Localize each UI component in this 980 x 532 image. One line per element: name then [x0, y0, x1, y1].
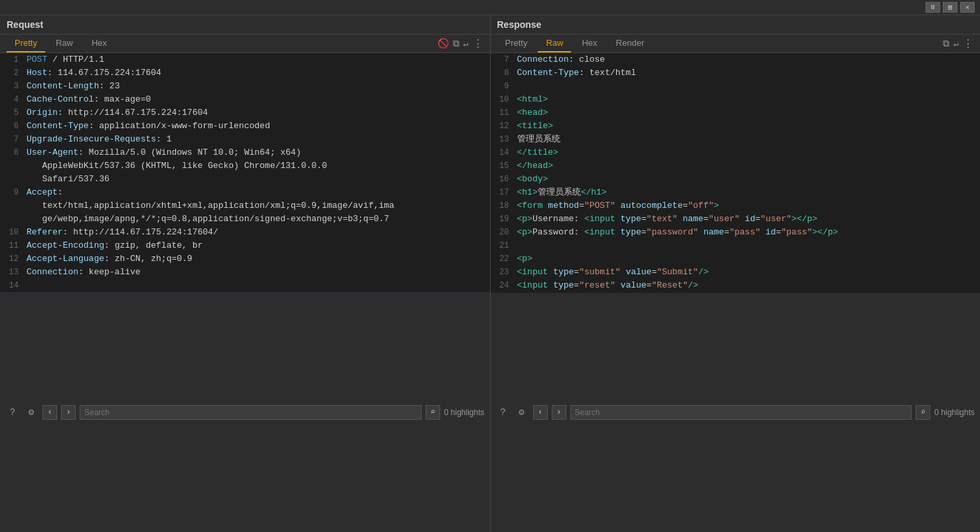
table-row: 23 <input type="submit" value="Submit"/>	[491, 266, 981, 279]
response-bottom-bar: ? ⚙ ‹ › ⌕ 0 highlights	[491, 293, 981, 533]
table-row: 11 <head>	[491, 106, 981, 120]
table-row: 8 Content-Type: text/html	[491, 66, 981, 80]
table-row: 18 <form method="POST" autocomplete="off…	[491, 199, 981, 213]
tab-response-hex[interactable]: Hex	[574, 35, 605, 52]
eye-off-icon[interactable]: 🚫	[438, 38, 449, 49]
response-search-input[interactable]	[570, 405, 912, 420]
table-row: 12 Accept-Language: zh-CN, zh;q=0.9	[0, 252, 490, 266]
table-row: 24 <input type="reset" value="Reset"/>	[491, 279, 981, 292]
table-row: 13 Connection: keep-alive	[0, 266, 490, 279]
request-bottom-bar: ? ⚙ ‹ › ⌕ 0 highlights	[0, 293, 490, 533]
table-row: 15 </head>	[491, 159, 981, 173]
response-forward-btn[interactable]: ›	[552, 405, 566, 420]
response-header: Response	[491, 15, 981, 35]
table-row: 3 Content-Length: 23	[0, 80, 490, 93]
tab-response-raw[interactable]: Raw	[538, 35, 571, 52]
list-btn[interactable]: ▤	[943, 2, 957, 13]
gear-btn[interactable]: ⚙	[24, 405, 39, 420]
table-row: 11 Accept-Encoding: gzip, deflate, br	[0, 239, 490, 252]
table-row: 20 <p>Password: <input type="password" n…	[491, 226, 981, 239]
table-row: 21	[491, 239, 981, 252]
table-row: 7 Upgrade-Insecure-Requests: 1	[0, 133, 490, 146]
table-row: 1 POST / HTTP/1.1	[0, 53, 490, 66]
table-row: 12 <title>	[491, 120, 981, 133]
menu-icon[interactable]: ⋮	[473, 37, 483, 50]
table-row: 19 <p>Username: <input type="text" name=…	[491, 213, 981, 226]
request-search-input[interactable]	[80, 405, 422, 420]
response-back-btn[interactable]: ‹	[533, 405, 548, 420]
request-tabs-row: Pretty Raw Hex 🚫 ⧉ ↵ ⋮	[0, 35, 490, 53]
table-row: 10 Referer: http://114.67.175.224:17604/	[0, 226, 490, 239]
copy-icon[interactable]: ⧉	[453, 39, 459, 49]
request-tabs: Pretty Raw Hex	[7, 35, 115, 52]
request-tab-icons: 🚫 ⧉ ↵ ⋮	[438, 37, 483, 50]
response-gear-btn[interactable]: ⚙	[515, 405, 529, 420]
request-header: Request	[0, 15, 490, 35]
response-copy-icon[interactable]: ⧉	[943, 39, 949, 49]
pause-btn[interactable]: ⏸	[926, 2, 940, 13]
response-search-icon[interactable]: ⌕	[916, 405, 930, 420]
response-panel: Response Pretty Raw Hex Render ⧉ ↵ ⋮ 7 C…	[491, 15, 981, 532]
table-row: 14	[0, 279, 490, 292]
response-tab-icons: ⧉ ↵ ⋮	[943, 37, 973, 50]
table-row: 7 Connection: close	[491, 53, 981, 66]
response-tabs-row: Pretty Raw Hex Render ⧉ ↵ ⋮	[491, 35, 981, 53]
request-highlights-label: 0 highlights	[444, 408, 485, 417]
table-row: 4 Cache-Control: max-age=0	[0, 93, 490, 106]
request-panel: Request Pretty Raw Hex 🚫 ⧉ ↵ ⋮ 1 POST / …	[0, 15, 491, 532]
main-panels: Request Pretty Raw Hex 🚫 ⧉ ↵ ⋮ 1 POST / …	[0, 15, 980, 532]
response-wrap-icon[interactable]: ↵	[953, 39, 959, 49]
table-row: 9 Accept: text/html,application/xhtml+xm…	[0, 186, 490, 226]
response-menu-icon[interactable]: ⋮	[963, 37, 973, 50]
table-row: 6 Content-Type: application/x-www-form-u…	[0, 120, 490, 133]
tab-response-pretty[interactable]: Pretty	[497, 35, 536, 52]
table-row: 14 </title>	[491, 146, 981, 159]
back-btn[interactable]: ‹	[42, 405, 57, 420]
response-highlights-label: 0 highlights	[934, 408, 975, 417]
table-row: 10 <html>	[491, 93, 981, 106]
table-row: 13 管理员系统	[491, 133, 981, 146]
table-row: 5 Origin: http://114.67.175.224:17604	[0, 106, 490, 120]
table-row: 22 <p>	[491, 252, 981, 266]
wrap-icon[interactable]: ↵	[463, 39, 469, 49]
top-bar: ⏸ ▤ ✕	[0, 0, 980, 15]
table-row: 17 <h1>管理员系统</h1>	[491, 186, 981, 199]
response-code-area: 7 Connection: close 8 Content-Type: text…	[491, 53, 981, 293]
table-row: 9	[491, 80, 981, 93]
response-help-btn[interactable]: ?	[496, 405, 511, 420]
request-search-icon[interactable]: ⌕	[426, 405, 440, 420]
forward-btn[interactable]: ›	[61, 405, 76, 420]
close-btn[interactable]: ✕	[960, 2, 975, 13]
request-title: Request	[7, 19, 43, 30]
tab-response-render[interactable]: Render	[608, 35, 653, 52]
table-row: 16 <body>	[491, 173, 981, 186]
request-code-area: 1 POST / HTTP/1.1 2 Host: 114.67.175.224…	[0, 53, 490, 293]
tab-request-hex[interactable]: Hex	[84, 35, 115, 52]
help-btn[interactable]: ?	[5, 405, 20, 420]
response-title: Response	[497, 19, 542, 30]
response-tabs: Pretty Raw Hex Render	[497, 35, 653, 52]
tab-request-pretty[interactable]: Pretty	[7, 35, 45, 52]
table-row: 2 Host: 114.67.175.224:17604	[0, 66, 490, 80]
tab-request-raw[interactable]: Raw	[48, 35, 81, 52]
table-row: 8 User-Agent: Mozilla/5.0 (Windows NT 10…	[0, 146, 490, 186]
